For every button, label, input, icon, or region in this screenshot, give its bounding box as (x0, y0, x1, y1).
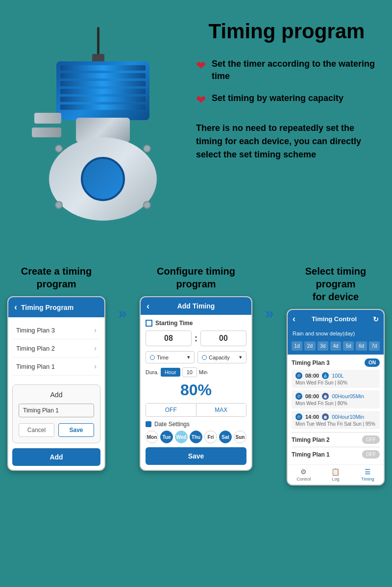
forward-arrow-icon: » (118, 304, 127, 322)
timing-item-3: ⏱ 14:00 ⏰ 00Hour10Min Mon Tue Wed Thu Fr… (292, 411, 380, 429)
list-item[interactable]: Timing Plan 1 › (12, 357, 100, 376)
phone1-list: Timing Plan 3 › Timing Plan 2 › Timing P… (8, 317, 104, 380)
bullet-text-2: Set timing by watering capacity (212, 92, 343, 104)
day-tab-7d[interactable]: 7d (369, 341, 380, 351)
day-wed[interactable]: Wed (175, 431, 188, 443)
phone2-back-icon[interactable]: ‹ (147, 301, 149, 311)
date-settings-section: Date Settings Mon Tue Wed Thu Fri Sat Su… (146, 421, 246, 443)
controls-row: Time ▾ Capacity ▾ (146, 351, 246, 363)
step-col-3: Select timing programfor device ‹ Timing… (287, 265, 385, 485)
plan3-row: Timing Plan 3 ON (292, 358, 380, 367)
save-button[interactable]: Save (58, 423, 94, 437)
capacity-arrow-icon: ▾ (239, 354, 242, 360)
phone-1-mockup: ‹ Timing Program Timing Plan 3 › Timing … (7, 296, 105, 471)
phone1-back-icon[interactable]: ‹ (14, 302, 17, 312)
bottom-section: Create a timingprogram ‹ Timing Program … (0, 255, 392, 500)
delay-label: Rain and snow delay(day) (288, 328, 384, 339)
timing-sub-2: Mon Wed Fri Sun | 80% (295, 401, 376, 406)
time-dropdown[interactable]: Time ▾ (146, 351, 195, 363)
day-tab-1d[interactable]: 1d (292, 341, 302, 351)
time-row: 08 : 00 (146, 331, 246, 346)
starting-time-label: Starting Time (155, 320, 193, 327)
dura-min-label: Min (199, 369, 208, 375)
divider-1 (292, 432, 380, 433)
off-max-toggle: OFF MAX (146, 403, 246, 417)
minute-input[interactable]: 00 (200, 331, 246, 346)
day-tab-6d[interactable]: 6d (356, 341, 367, 351)
footer-timing[interactable]: ☰ Timing (352, 468, 384, 482)
phone2-save-button[interactable]: Save (146, 447, 246, 465)
dialog-add-label: Add (19, 391, 94, 399)
top-section: Timing program ❤ Set the timer according… (0, 0, 392, 255)
steps-row: Create a timingprogram ‹ Timing Program … (7, 265, 385, 485)
list-item[interactable]: Timing Plan 2 › (12, 339, 100, 357)
day-tab-4d[interactable]: 4d (330, 341, 341, 351)
max-button[interactable]: MAX (196, 404, 246, 416)
capacity-dropdown-label: Capacity (209, 355, 230, 360)
footer-log[interactable]: 📋 Log (319, 468, 351, 482)
arrow-2: » (260, 265, 279, 322)
dura-value-input[interactable]: 10 (182, 367, 197, 377)
heart-icon-2: ❤ (196, 93, 206, 107)
chevron-right-icon: › (94, 362, 97, 370)
phone1-add-button[interactable]: Add (12, 448, 100, 466)
plan3-toggle[interactable]: ON (365, 358, 380, 367)
day-tab-3d[interactable]: 3d (318, 341, 328, 351)
timing-val-2: 00Hour05Min (332, 393, 364, 399)
plan2-row: Timing Plan 2 OFF (292, 435, 380, 444)
list-item[interactable]: Timing Plan 3 › (12, 321, 100, 339)
clock-small-icon (150, 355, 155, 360)
hour-input[interactable]: 08 (146, 331, 192, 346)
water-icon-1: 💧 (322, 372, 329, 379)
bullet-item-2: ❤ Set timing by watering capacity (196, 92, 377, 107)
timing-item-2: ⏱ 08:00 ⏰ 00Hour05Min Mon Wed Fri Sun | … (292, 390, 380, 408)
step-3-title: Select timing programfor device (287, 265, 385, 303)
hour-icon-2: ⏰ (322, 393, 329, 400)
timing-time-1: 08:00 (305, 373, 319, 379)
footer-control[interactable]: ⚙ Control (288, 468, 319, 482)
phone-3-mockup: ‹ Timing Control ↻ Rain and snow delay(d… (287, 309, 385, 485)
step-col-1: Create a timingprogram ‹ Timing Program … (7, 265, 105, 471)
cancel-button[interactable]: Cancel (19, 423, 54, 437)
day-thu[interactable]: Thu (190, 431, 202, 443)
phone3-back-icon[interactable]: ‹ (293, 314, 295, 324)
phone1-add-dialog: Add Timing Plan 1 Cancel Save (12, 384, 100, 443)
plan3-name: Timing Plan 3 (292, 359, 330, 366)
off-button[interactable]: OFF (146, 404, 196, 416)
duration-row: Dura. Hour 10 Min (146, 367, 246, 377)
timing-item-1: ⏱ 08:00 💧 100L Mon Wed Fri Sun | 60% (292, 370, 380, 388)
step-1-title: Create a timingprogram (21, 265, 92, 290)
day-mon[interactable]: Mon (146, 431, 158, 443)
forward-arrow-icon-2: » (265, 304, 274, 322)
day-tab-5d[interactable]: 5d (343, 341, 354, 351)
timer-icon-3: ⏱ (295, 413, 302, 420)
right-content: Timing program ❤ Set the timer according… (186, 15, 382, 245)
bullet-text-1: Set the timer according to the watering … (212, 58, 377, 82)
step-2-title: Configure timingprogram (157, 265, 235, 290)
day-tab-2d[interactable]: 2d (304, 341, 315, 351)
phone2-body: Starting Time 08 : 00 (141, 315, 251, 470)
day-sun[interactable]: Sun (234, 431, 246, 443)
timing-val-1: 100L (332, 373, 343, 379)
capacity-dropdown[interactable]: Capacity ▾ (197, 351, 246, 363)
description-text: There is no need to repeatedly set the t… (196, 122, 377, 161)
phone3-footer: ⚙ Control 📋 Log ☰ Timing (288, 464, 384, 485)
dialog-input[interactable]: Timing Plan 1 (19, 404, 94, 417)
list-item-label: Timing Plan 1 (16, 363, 55, 370)
plan2-name: Timing Plan 2 (292, 436, 330, 443)
plan1-toggle[interactable]: OFF (362, 450, 380, 459)
timer-icon-1: ⏱ (295, 372, 302, 379)
calendar-icon (146, 421, 151, 427)
refresh-icon[interactable]: ↻ (373, 315, 379, 323)
day-sat[interactable]: Sat (219, 431, 232, 443)
footer-control-label: Control (296, 477, 311, 482)
day-fri[interactable]: Fri (204, 431, 217, 443)
phone2-header-title: Add Timing (177, 302, 215, 310)
day-tue[interactable]: Tue (160, 431, 173, 443)
percent-display: 80% (146, 381, 246, 399)
dropdown-arrow-icon: ▾ (187, 354, 190, 360)
dura-label: Dura. (146, 369, 159, 375)
hour-icon-3: ⏰ (322, 413, 329, 420)
plan2-toggle[interactable]: OFF (362, 435, 380, 444)
time-colon: : (195, 333, 197, 344)
